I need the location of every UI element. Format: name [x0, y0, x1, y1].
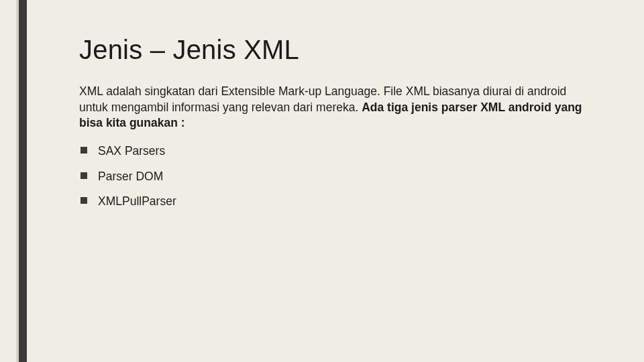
slide-title: Jenis – Jenis XML — [79, 35, 597, 65]
bullet-list: SAX Parsers Parser DOM XMLPullParser — [79, 143, 597, 210]
accent-bar — [19, 0, 27, 362]
list-item: XMLPullParser — [79, 194, 597, 210]
slide-body: XML adalah singkatan dari Extensible Mar… — [79, 84, 597, 131]
list-item: SAX Parsers — [79, 143, 597, 160]
list-item: Parser DOM — [79, 169, 597, 185]
slide-content: Jenis – Jenis XML XML adalah singkatan d… — [79, 35, 597, 219]
